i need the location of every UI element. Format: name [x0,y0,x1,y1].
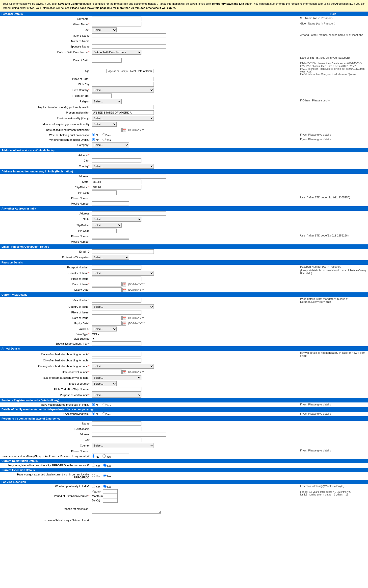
date-acquiring-input[interactable] [92,128,122,132]
dual-nationality-yes-radio[interactable] [103,133,106,136]
flight-input[interactable] [92,387,141,392]
emergency-name-input[interactable] [92,421,141,426]
manner-acquiring-select[interactable]: Select [92,122,117,127]
other-mobile-input[interactable] [92,239,129,244]
military-yes-radio[interactable] [103,454,106,458]
height-input[interactable] [92,94,112,98]
email-input[interactable] [92,249,154,254]
passport-date-issue-calendar[interactable]: 📅 [122,282,126,286]
prev-reg-header: Previous Registration in India Details (… [0,398,299,402]
passport-number-input[interactable] [92,265,141,270]
purpose-select[interactable]: Select... [92,393,141,398]
passport-expiry-calendar[interactable]: 📅 [122,288,126,292]
visa-expiry-input[interactable] [92,321,122,326]
other-state-field: Select... [91,216,299,222]
category-label: Category* [0,142,91,148]
prev-reg-yes-radio[interactable] [103,403,106,406]
prev-india-yes-radio[interactable] [92,485,95,488]
period-ext-label: Period of Extension required* [0,489,91,503]
birth-country-select[interactable]: Select... [92,88,154,93]
given-name-input[interactable] [92,22,141,26]
current-ext-no-radio[interactable] [103,474,106,477]
other-state-select[interactable]: Select... [92,217,141,222]
emergency-city-input[interactable] [92,438,141,442]
mother-name-input[interactable] [92,39,166,43]
other-city-select[interactable]: Select [92,223,122,228]
father-name-input[interactable] [92,33,166,38]
other-phone-help: Use '-' after STD code(Ex:011-2355256) [299,234,368,239]
military-no-radio[interactable] [92,454,95,458]
visa-number-input[interactable] [92,298,141,303]
reg-city-input[interactable] [92,185,141,189]
place-birth-input[interactable] [92,77,154,81]
disembark-select[interactable]: Select... [92,375,141,380]
previous-nationality-select[interactable]: Select... [92,116,154,121]
father-name-field [91,33,299,38]
current-reg-no-radio[interactable] [103,464,106,467]
emergency-address-input[interactable] [92,432,166,437]
other-address-input[interactable] [92,211,166,216]
reg-address-input[interactable] [92,174,166,179]
days-input[interactable] [103,498,118,503]
date-acquiring-calendar-icon[interactable]: 📅 [122,128,126,132]
prev-reg-no-radio[interactable] [92,403,95,406]
dob-format-select[interactable]: Date of birth Date Formats DD/MM/YYYY MM… [92,50,141,55]
mode-journey-select[interactable]: Select.... Air Land Sea [92,381,117,386]
birth-city-input[interactable] [92,82,154,87]
reg-phone-input[interactable] [92,196,129,200]
category-select[interactable]: Select... [92,142,129,147]
emergency-country-select[interactable]: Select... [92,443,154,448]
mode-journey-field: Select.... Air Land Sea [91,381,299,387]
visa-subtype-arrow[interactable]: ▼ [92,337,95,340]
profession-select[interactable]: Select... Service Business Student Other [92,255,129,260]
emergency-phone-input[interactable] [92,449,129,453]
outside-address-input[interactable] [92,153,166,157]
special-endorsement-input[interactable] [92,341,141,346]
visa-valid-for-select[interactable]: Select... [92,327,117,331]
passport-country-select[interactable]: Select... [92,271,154,276]
prev-india-no-radio[interactable] [103,485,106,488]
given-name-field [91,22,299,27]
dob-input[interactable] [92,58,122,63]
sex-select[interactable]: Select Male Female Other [92,27,117,32]
visa-date-issue-calendar[interactable]: 📅 [122,316,126,320]
dual-nationality-no-radio[interactable] [92,133,95,136]
id-mark-input[interactable] [92,105,154,109]
current-ext-yes-radio[interactable] [92,474,95,477]
family-no-radio[interactable] [92,412,95,415]
real-dob-input[interactable] [154,69,183,73]
visa-place-input[interactable] [92,310,141,315]
emergency-relationship-input[interactable] [92,427,141,431]
indian-origin-yes-radio[interactable] [103,138,106,141]
outside-city-input[interactable] [92,158,141,163]
present-nationality-input[interactable] [92,110,154,115]
date-arrival-input[interactable] [92,370,122,374]
indian-origin-no-radio[interactable] [92,138,95,141]
missionary-textarea[interactable] [92,515,161,525]
passport-date-issue-input[interactable] [92,282,122,286]
religion-select[interactable]: Select... Hindu Muslim Christian Sikh Bu… [92,99,122,104]
age-input[interactable] [92,69,107,73]
years-input[interactable] [103,489,118,494]
other-phone-input[interactable] [92,234,129,238]
reg-state-input[interactable] [92,180,141,184]
visa-country-select[interactable]: Select... [92,304,154,309]
months-input[interactable] [103,494,118,498]
visa-date-issue-input[interactable] [92,316,122,320]
reason-ext-textarea[interactable] [92,504,161,514]
family-yes-radio[interactable] [103,412,106,415]
city-embark-input[interactable] [92,358,141,363]
reg-mobile-input[interactable] [92,201,129,206]
country-embark-select[interactable]: Select... [92,364,154,369]
spouse-name-input[interactable] [92,44,166,49]
reg-pin-input[interactable] [92,190,117,195]
current-reg-yes-radio[interactable] [92,464,95,467]
visa-expiry-calendar[interactable]: 📅 [122,322,126,326]
passport-place-input[interactable] [92,277,141,281]
passport-expiry-input[interactable] [92,287,122,292]
surname-input[interactable] [92,17,141,21]
embarkation-input[interactable] [92,352,141,356]
outside-country-select[interactable]: Select... [92,164,154,169]
other-pin-input[interactable] [92,229,117,233]
date-arrival-calendar[interactable]: 📅 [122,370,126,374]
